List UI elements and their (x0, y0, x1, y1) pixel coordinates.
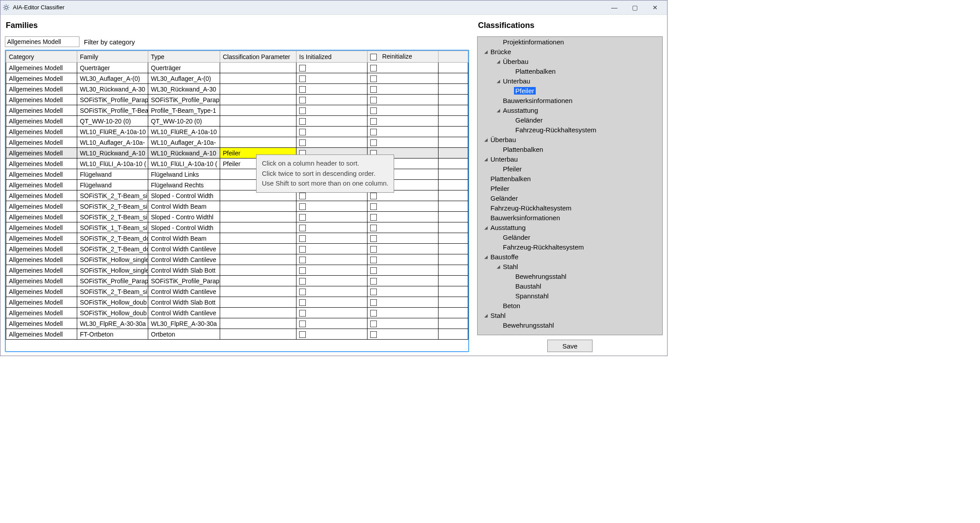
is-initialized-checkbox[interactable] (299, 75, 306, 82)
tree-item[interactable]: Geländer (478, 115, 662, 125)
caret-down-icon[interactable]: ◢ (495, 59, 502, 64)
is-initialized-checkbox[interactable] (299, 225, 306, 231)
caret-down-icon[interactable]: ◢ (483, 254, 489, 259)
table-row[interactable]: Allgemeines ModellSOFiSTiK_2_T-Beam_sinC… (6, 286, 468, 297)
table-row[interactable]: Allgemeines ModellWL10_Rückwand_A-10WL10… (6, 148, 468, 158)
reinitialize-checkbox[interactable] (370, 225, 377, 231)
reinitialize-checkbox[interactable] (370, 246, 377, 253)
tree-item[interactable]: Pfeiler (478, 183, 662, 193)
is-initialized-checkbox[interactable] (299, 331, 306, 338)
is-initialized-checkbox[interactable] (299, 321, 306, 327)
reinitialize-checkbox[interactable] (370, 235, 377, 242)
is-initialized-checkbox[interactable] (299, 107, 306, 114)
is-initialized-checkbox[interactable] (299, 246, 306, 253)
tree-item[interactable]: ◢Ausstattung (478, 222, 662, 232)
caret-down-icon[interactable]: ◢ (483, 157, 489, 162)
table-row[interactable]: Allgemeines ModellSOFiSTiK_2_T-Beam_sinS… (6, 212, 468, 222)
caret-down-icon[interactable]: ◢ (483, 137, 489, 142)
minimize-button[interactable]: — (604, 1, 624, 14)
table-row[interactable]: Allgemeines ModellWL10_Auflager_A-10a-WL… (6, 137, 468, 148)
caret-down-icon[interactable]: ◢ (483, 49, 489, 54)
tree-item[interactable]: Plattenbalken (478, 174, 662, 183)
reinitialize-header-checkbox[interactable] (370, 54, 377, 60)
reinitialize-checkbox[interactable] (370, 75, 377, 82)
tree-item[interactable]: ◢Stahl (478, 310, 662, 320)
table-row[interactable]: Allgemeines ModellSOFiSTiK_2_T-Beam_doCo… (6, 244, 468, 254)
table-row[interactable]: Allgemeines ModellQT_WW-10-20 (0)QT_WW-1… (6, 116, 468, 127)
reinitialize-checkbox[interactable] (370, 118, 377, 125)
tree-item[interactable]: Geländer (478, 232, 662, 242)
table-row[interactable]: Allgemeines ModellSOFiSTiK_Hollow_single… (6, 265, 468, 276)
col-type-header[interactable]: Type (148, 51, 220, 63)
tree-item[interactable]: Beton (478, 301, 662, 310)
is-initialized-checkbox[interactable] (299, 86, 306, 93)
reinitialize-checkbox[interactable] (370, 257, 377, 263)
tree-item[interactable]: ◢Überbau (478, 135, 662, 144)
table-row[interactable]: Allgemeines ModellFlügelwandFlügelwand R… (6, 180, 468, 190)
is-initialized-checkbox[interactable] (299, 278, 306, 285)
reinitialize-checkbox[interactable] (370, 86, 377, 93)
is-initialized-checkbox[interactable] (299, 257, 306, 263)
reinitialize-checkbox[interactable] (370, 139, 377, 146)
reinitialize-checkbox[interactable] (370, 299, 377, 306)
table-row[interactable]: Allgemeines ModellFlügelwandFlügelwand L… (6, 169, 468, 180)
tree-item[interactable]: Plattenbalken (478, 144, 662, 154)
maximize-button[interactable]: ▢ (624, 1, 645, 14)
is-initialized-checkbox[interactable] (299, 235, 306, 242)
is-initialized-checkbox[interactable] (299, 299, 306, 306)
is-initialized-checkbox[interactable] (299, 65, 306, 71)
tree-item[interactable]: Bewehrungsstahl (478, 271, 662, 281)
reinitialize-checkbox[interactable] (370, 321, 377, 327)
tree-item[interactable]: ◢Unterbau (478, 154, 662, 164)
reinitialize-checkbox[interactable] (370, 214, 377, 221)
table-row[interactable]: Allgemeines ModellWL30_Auflager_A-(0)WL3… (6, 73, 468, 84)
table-row[interactable]: Allgemeines ModellSOFiSTiK_Hollow_doubCo… (6, 297, 468, 308)
families-table-scroll[interactable]: Category Family Type Classification Para… (6, 51, 468, 351)
table-row[interactable]: Allgemeines ModellWL10_FlüRE_A-10a-10WL1… (6, 127, 468, 137)
tree-item[interactable]: Bauwerksinformationen (478, 213, 662, 222)
table-row[interactable]: Allgemeines ModellSOFiSTiK_Profile_T-Bea… (6, 105, 468, 116)
reinitialize-checkbox[interactable] (370, 278, 377, 285)
reinitialize-checkbox[interactable] (370, 193, 377, 199)
col-reinitialize-header[interactable]: Reinitialize (368, 51, 439, 63)
tree-item[interactable]: ◢Unterbau (478, 76, 662, 86)
tree-item[interactable]: Bewehrungsstahl (478, 320, 662, 330)
col-initialized-header[interactable]: Is Initialized (296, 51, 368, 63)
table-row[interactable]: Allgemeines ModellSOFiSTiK_2_T-Beam_sinS… (6, 190, 468, 201)
close-button[interactable]: ✕ (645, 1, 665, 14)
tree-item[interactable]: Plattenbalken (478, 66, 662, 76)
tree-item[interactable]: ◢Stahl (478, 262, 662, 271)
table-row[interactable]: Allgemeines ModellSOFiSTiK_2_T-Beam_sinC… (6, 201, 468, 212)
reinitialize-checkbox[interactable] (370, 65, 377, 71)
caret-down-icon[interactable]: ◢ (495, 108, 502, 113)
classifications-tree-scroll[interactable]: Projektinformationen◢Brücke◢ÜberbauPlatt… (478, 37, 662, 335)
save-button[interactable]: Save (547, 340, 593, 352)
caret-down-icon[interactable]: ◢ (483, 313, 489, 318)
caret-down-icon[interactable]: ◢ (495, 264, 502, 269)
col-classification-header[interactable]: Classification Parameter (220, 51, 296, 63)
is-initialized-checkbox[interactable] (299, 139, 306, 146)
table-row[interactable]: Allgemeines ModellQuerträgerQuerträger (6, 63, 468, 73)
reinitialize-checkbox[interactable] (370, 310, 377, 317)
caret-down-icon[interactable]: ◢ (495, 79, 502, 83)
col-category-header[interactable]: Category (6, 51, 77, 63)
tree-item[interactable]: ◢Ausstattung (478, 105, 662, 115)
tree-item[interactable]: Fahrzeug-Rückhaltesystem (478, 125, 662, 135)
table-row[interactable]: Allgemeines ModellFT-OrtbetonOrtbeton (6, 329, 468, 340)
table-row[interactable]: Allgemeines ModellSOFiSTiK_Profile_Parap… (6, 276, 468, 286)
is-initialized-checkbox[interactable] (299, 118, 306, 125)
table-row[interactable]: Allgemeines ModellWL30_FlpRE_A-30-30aWL3… (6, 318, 468, 329)
col-family-header[interactable]: Family (77, 51, 148, 63)
tree-item[interactable]: Baustahl (478, 281, 662, 291)
is-initialized-checkbox[interactable] (299, 203, 306, 210)
tree-item[interactable]: Fahrzeug-Rückhaltesystem (478, 242, 662, 252)
is-initialized-checkbox[interactable] (299, 129, 306, 135)
table-row[interactable]: Allgemeines ModellSOFiSTiK_Profile_Parap… (6, 95, 468, 105)
tree-item[interactable]: Pfeiler (478, 86, 662, 95)
table-row[interactable]: Allgemeines ModellWL30_Rückwand_A-30WL30… (6, 84, 468, 95)
is-initialized-checkbox[interactable] (299, 289, 306, 295)
tree-item[interactable]: Geländer (478, 193, 662, 203)
reinitialize-checkbox[interactable] (370, 267, 377, 274)
table-row[interactable]: Allgemeines ModellSOFiSTiK_1_T-Beam_sinS… (6, 222, 468, 233)
is-initialized-checkbox[interactable] (299, 267, 306, 274)
